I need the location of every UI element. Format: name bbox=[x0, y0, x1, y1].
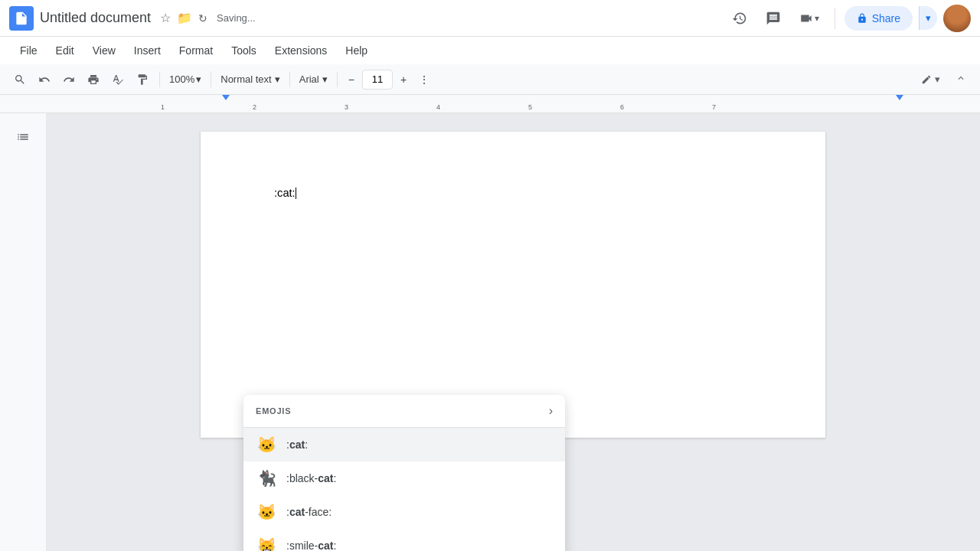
search-btn[interactable] bbox=[9, 69, 31, 90]
toolbar: 100% ▾ Normal text ▾ Arial ▾ − + ⋮ ▾ bbox=[0, 64, 980, 95]
doc-area[interactable]: :cat: EMOJIS › 🐱 :cat: 🐈‍⬛ :black-cat: 🐱… bbox=[46, 113, 980, 551]
emoji-name: :cat-face: bbox=[286, 506, 332, 518]
font-value: Arial bbox=[299, 73, 319, 85]
menu-extensions[interactable]: Extensions bbox=[267, 41, 335, 60]
folder-icon[interactable]: 📁 bbox=[177, 11, 192, 25]
top-bar-icons: ☆ 📁 ↻ bbox=[160, 11, 207, 25]
top-bar-right: ▾ Share ▾ bbox=[726, 5, 971, 32]
edit-mode-btn[interactable]: ▾ bbox=[915, 70, 946, 88]
sidebar-left bbox=[0, 113, 46, 551]
font-size-decrease-btn[interactable]: − bbox=[344, 69, 359, 90]
doc-page-area: :cat: EMOJIS › 🐱 :cat: 🐈‍⬛ :black-cat: 🐱… bbox=[64, 132, 962, 438]
menu-edit[interactable]: Edit bbox=[48, 41, 82, 60]
ruler: 1 2 3 4 5 6 7 bbox=[0, 95, 980, 113]
avatar[interactable] bbox=[943, 5, 971, 32]
emoji-glyph: 😸 bbox=[256, 536, 277, 551]
doc-icon bbox=[9, 6, 34, 31]
emoji-glyph: 🐱 bbox=[256, 435, 277, 454]
font-selector[interactable]: Arial ▾ bbox=[296, 72, 331, 86]
menu-format[interactable]: Format bbox=[172, 41, 220, 60]
share-label: Share bbox=[872, 12, 900, 24]
history-icon[interactable] bbox=[726, 5, 753, 32]
menu-file[interactable]: File bbox=[12, 41, 45, 60]
menu-bar: File Edit View Insert Format Tools Exten… bbox=[0, 37, 980, 64]
emoji-name: :cat: bbox=[286, 439, 308, 451]
style-value: Normal text bbox=[220, 73, 271, 85]
emoji-header-label: EMOJIS bbox=[256, 406, 291, 416]
emoji-item[interactable]: 🐱 :cat-face: bbox=[243, 495, 565, 529]
separator-3 bbox=[289, 72, 290, 87]
emoji-header: EMOJIS › bbox=[243, 395, 565, 428]
ruler-6: 6 bbox=[620, 103, 624, 111]
ruler-1: 1 bbox=[161, 103, 165, 111]
doc-title[interactable]: Untitled document bbox=[40, 10, 151, 26]
ruler-4: 4 bbox=[436, 103, 440, 111]
zoom-value: 100% bbox=[169, 73, 194, 85]
ruler-5: 5 bbox=[528, 103, 532, 111]
emoji-item[interactable]: 🐈‍⬛ :black-cat: bbox=[243, 461, 565, 495]
menu-tools[interactable]: Tools bbox=[224, 41, 264, 60]
menu-insert[interactable]: Insert bbox=[126, 41, 168, 60]
undo-btn[interactable] bbox=[34, 69, 55, 90]
style-selector[interactable]: Normal text ▾ bbox=[217, 72, 283, 86]
separator-1 bbox=[159, 72, 160, 87]
zoom-selector[interactable]: 100% ▾ bbox=[166, 72, 204, 86]
ruler-7: 7 bbox=[712, 103, 716, 111]
text-content[interactable]: :cat: bbox=[274, 187, 752, 199]
saving-status: Saving... bbox=[217, 12, 256, 24]
redo-btn[interactable] bbox=[58, 69, 80, 90]
outline-toggle[interactable] bbox=[11, 126, 34, 152]
zoom-dropdown-icon: ▾ bbox=[196, 73, 201, 85]
divider bbox=[835, 8, 835, 29]
share-dropdown-arrow[interactable]: ▾ bbox=[919, 6, 937, 30]
menu-view[interactable]: View bbox=[85, 41, 123, 60]
emoji-glyph: 🐱 bbox=[256, 503, 277, 521]
style-dropdown-icon: ▾ bbox=[275, 73, 280, 85]
ruler-left-arrow bbox=[222, 95, 230, 100]
ruler-inner: 1 2 3 4 5 6 7 bbox=[92, 95, 934, 112]
top-bar: Untitled document ☆ 📁 ↻ Saving... ▾ Shar… bbox=[0, 0, 980, 37]
star-icon[interactable]: ☆ bbox=[160, 11, 171, 25]
print-btn[interactable] bbox=[83, 69, 104, 90]
collapse-btn[interactable] bbox=[951, 70, 971, 89]
ruler-2: 2 bbox=[253, 103, 256, 111]
share-button[interactable]: Share bbox=[844, 6, 913, 31]
emoji-expand-icon[interactable]: › bbox=[549, 404, 553, 418]
page[interactable]: :cat: bbox=[201, 132, 825, 438]
emoji-name: :black-cat: bbox=[286, 472, 336, 484]
menu-help[interactable]: Help bbox=[338, 41, 375, 60]
separator-4 bbox=[337, 72, 338, 87]
cursor-caret bbox=[296, 187, 296, 199]
emoji-glyph: 🐈‍⬛ bbox=[256, 469, 277, 487]
paint-format-btn[interactable] bbox=[132, 69, 153, 90]
emoji-name: :smile-cat: bbox=[286, 540, 336, 551]
ruler-3: 3 bbox=[345, 103, 348, 111]
sync-icon[interactable]: ↻ bbox=[198, 12, 207, 24]
typed-text: :cat: bbox=[274, 187, 296, 199]
ruler-right-arrow bbox=[896, 95, 903, 100]
font-dropdown-icon: ▾ bbox=[322, 73, 328, 85]
separator-2 bbox=[211, 72, 211, 87]
emoji-item[interactable]: 🐱 :cat: bbox=[243, 428, 565, 461]
toolbar-right-icons: ▾ bbox=[915, 70, 971, 89]
font-size-input[interactable] bbox=[362, 70, 393, 90]
font-size-increase-btn[interactable]: + bbox=[396, 69, 411, 90]
comment-icon[interactable] bbox=[760, 5, 787, 32]
content-area: :cat: EMOJIS › 🐱 :cat: 🐈‍⬛ :black-cat: 🐱… bbox=[0, 113, 980, 551]
emoji-item[interactable]: 😸 :smile-cat: bbox=[243, 529, 565, 551]
spellcheck-btn[interactable] bbox=[107, 69, 129, 90]
emoji-list: 🐱 :cat: 🐈‍⬛ :black-cat: 🐱 :cat-face: 😸 :… bbox=[243, 428, 565, 551]
meet-icon[interactable]: ▾ bbox=[793, 5, 825, 32]
more-options-btn[interactable]: ⋮ bbox=[414, 69, 434, 90]
emoji-dropdown: EMOJIS › 🐱 :cat: 🐈‍⬛ :black-cat: 🐱 :cat-… bbox=[243, 395, 565, 551]
